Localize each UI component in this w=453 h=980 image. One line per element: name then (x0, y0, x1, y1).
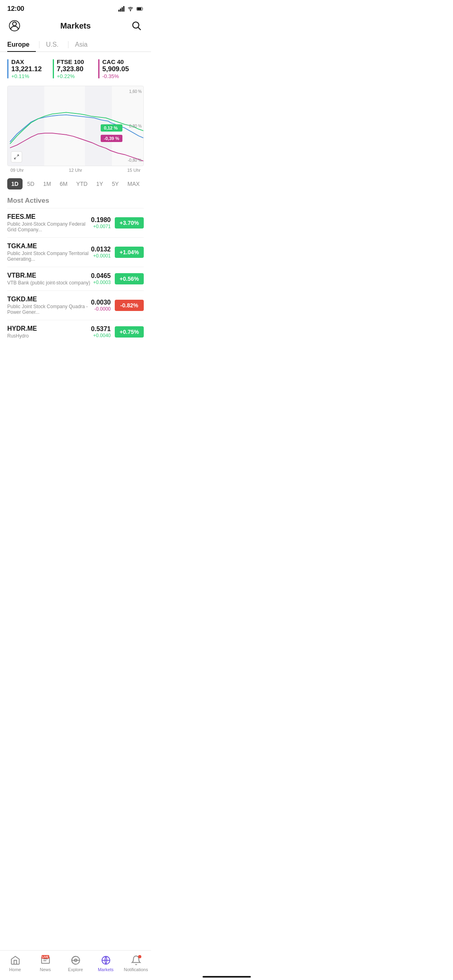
tab-asia[interactable]: Asia (75, 38, 94, 51)
stock-item-vtbr[interactable]: VTBR.ME VTB Bank (public joint-stock com… (7, 267, 144, 290)
stock-name-hydr: RusHydro (7, 333, 91, 339)
stock-price-tgkd: 0.0030 (91, 299, 111, 306)
tab-us[interactable]: U.S. (46, 38, 65, 51)
index-ftse-change: +0.22% (57, 73, 98, 79)
index-dax-value: 13,221.12 (11, 65, 53, 73)
stock-left-hydr: HYDR.ME RusHydro (7, 325, 91, 339)
chart-container: 1,60 % 0,80 % -0,80 % 0,12 % -0,39 % 09 … (7, 86, 144, 173)
chart-y-mid: 0,80 % (129, 124, 142, 128)
page-title: Markets (60, 21, 91, 31)
svg-line-8 (14, 157, 16, 159)
stock-price-col-vtbr: 0.0465 +0.0003 (91, 272, 111, 285)
svg-point-3 (12, 22, 16, 26)
chart-x-label-1: 09 Uhr (10, 168, 24, 173)
stock-item-hydr[interactable]: HYDR.ME RusHydro 0.5371 +0.0040 +0.75% (7, 320, 144, 344)
stock-item-tgka[interactable]: TGKA.ME Public Joint Stock Company Terri… (7, 237, 144, 267)
index-dax[interactable]: DAX 13,221.12 +0.11% (7, 58, 53, 79)
svg-point-0 (130, 10, 130, 11)
stock-right-hydr: 0.5371 +0.0040 +0.75% (91, 325, 144, 338)
time-btn-5d[interactable]: 5D (23, 178, 39, 189)
stock-badge-hydr: +0.75% (115, 326, 144, 338)
most-actives-title: Most Actives (0, 195, 151, 208)
signal-icon (118, 6, 124, 12)
time-range-selector: 1D 5D 1M 6M YTD 1Y 5Y MAX (0, 173, 151, 195)
chart-area[interactable]: 1,60 % 0,80 % -0,80 % 0,12 % -0,39 % (7, 86, 144, 166)
stock-price-col-tgka: 0.0132 +0.0001 (91, 246, 111, 259)
index-ftse[interactable]: FTSE 100 7,323.80 +0.22% (53, 58, 98, 79)
stock-change-abs-vtbr: +0.0003 (91, 280, 111, 285)
status-icons (118, 6, 144, 12)
stock-price-col-tgkd: 0.0030 -0.0000 (91, 299, 111, 312)
stock-change-abs-hydr: +0.0040 (91, 333, 111, 338)
stock-left-tgka: TGKA.ME Public Joint Stock Company Terri… (7, 243, 91, 262)
search-button[interactable] (129, 19, 144, 33)
stock-right-fees: 0.1980 +0.0071 +3.70% (91, 216, 144, 229)
stock-ticker-hydr: HYDR.ME (7, 325, 91, 332)
time-btn-6m[interactable]: 6M (56, 178, 71, 189)
user-profile-button[interactable] (7, 19, 22, 33)
tab-europe[interactable]: Europe (7, 38, 36, 51)
index-cac-change: -0.35% (102, 73, 144, 79)
stock-right-vtbr: 0.0465 +0.0003 +0.56% (91, 272, 144, 285)
chart-badge-purple: -0,39 % (101, 135, 122, 142)
stock-badge-fees: +3.70% (115, 217, 144, 229)
stock-item-tgkd[interactable]: TGKD.ME Public Joint Stock Company Quadr… (7, 290, 144, 320)
stock-price-col-fees: 0.1980 +0.0071 (91, 216, 111, 229)
status-bar: 12:00 (0, 0, 151, 15)
stock-ticker-vtbr: VTBR.ME (7, 272, 91, 279)
stock-change-abs-fees: +0.0071 (91, 224, 111, 229)
stock-price-col-hydr: 0.5371 +0.0040 (91, 325, 111, 338)
time-btn-5y[interactable]: 5Y (108, 178, 123, 189)
stock-name-vtbr: VTB Bank (public joint-stock company) (7, 280, 91, 286)
svg-line-6 (138, 27, 141, 30)
chart-badge-green: 0,12 % (101, 124, 122, 132)
stock-badge-tgka: +1.04% (115, 247, 144, 258)
stock-price-hydr: 0.5371 (91, 325, 111, 333)
expand-chart-button[interactable] (11, 151, 22, 163)
stock-price-vtbr: 0.0465 (91, 272, 111, 280)
svg-point-5 (133, 22, 139, 28)
stock-change-abs-tgka: +0.0001 (91, 253, 111, 259)
index-cac-name: CAC 40 (102, 58, 144, 65)
index-dax-change: +0.11% (11, 73, 53, 79)
stock-left-tgkd: TGKD.ME Public Joint Stock Company Quadr… (7, 296, 91, 315)
index-cac-value: 5,909.05 (102, 65, 144, 73)
stock-badge-vtbr: +0.56% (115, 273, 144, 284)
header: Markets (0, 15, 151, 38)
battery-icon (137, 6, 144, 12)
svg-rect-2 (137, 8, 141, 10)
index-dax-name: DAX (11, 58, 53, 65)
stock-ticker-tgkd: TGKD.ME (7, 296, 91, 303)
region-tabs: Europe U.S. Asia (0, 38, 151, 52)
stock-ticker-tgka: TGKA.ME (7, 243, 91, 250)
stock-left-fees: FEES.ME Public Joint-Stock Company Feder… (7, 213, 91, 233)
stock-item-fees[interactable]: FEES.ME Public Joint-Stock Company Feder… (7, 208, 144, 237)
chart-svg (8, 86, 143, 166)
stock-name-fees: Public Joint-Stock Company Federal Grid … (7, 221, 91, 233)
index-ftse-value: 7,323.80 (57, 65, 98, 73)
stock-list: FEES.ME Public Joint-Stock Company Feder… (0, 208, 151, 344)
svg-line-7 (17, 155, 19, 156)
time-btn-1m[interactable]: 1M (39, 178, 55, 189)
status-time: 12:00 (7, 5, 24, 13)
chart-x-label-3: 15 Uhr (127, 168, 141, 173)
time-btn-ytd[interactable]: YTD (72, 178, 91, 189)
index-ftse-name: FTSE 100 (57, 58, 98, 65)
time-btn-max[interactable]: MAX (124, 178, 144, 189)
chart-y-min: -0,80 % (128, 158, 142, 163)
stock-badge-tgkd: -0.82% (115, 300, 144, 311)
index-cac[interactable]: CAC 40 5,909.05 -0.35% (98, 58, 144, 79)
indices-section: DAX 13,221.12 +0.11% FTSE 100 7,323.80 +… (0, 52, 151, 82)
stock-left-vtbr: VTBR.ME VTB Bank (public joint-stock com… (7, 272, 91, 286)
stock-ticker-fees: FEES.ME (7, 213, 91, 220)
time-btn-1y[interactable]: 1Y (92, 178, 107, 189)
stock-price-tgka: 0.0132 (91, 246, 111, 253)
stock-right-tgka: 0.0132 +0.0001 +1.04% (91, 246, 144, 259)
stock-name-tgkd: Public Joint Stock Company Quadra - Powe… (7, 304, 91, 315)
stock-name-tgka: Public Joint Stock Company Territorial G… (7, 251, 91, 262)
chart-x-labels: 09 Uhr 12 Uhr 15 Uhr (7, 166, 144, 173)
stock-price-fees: 0.1980 (91, 216, 111, 224)
time-btn-1d[interactable]: 1D (7, 178, 23, 189)
chart-y-max: 1,60 % (129, 89, 142, 94)
stock-change-abs-tgkd: -0.0000 (91, 306, 111, 312)
